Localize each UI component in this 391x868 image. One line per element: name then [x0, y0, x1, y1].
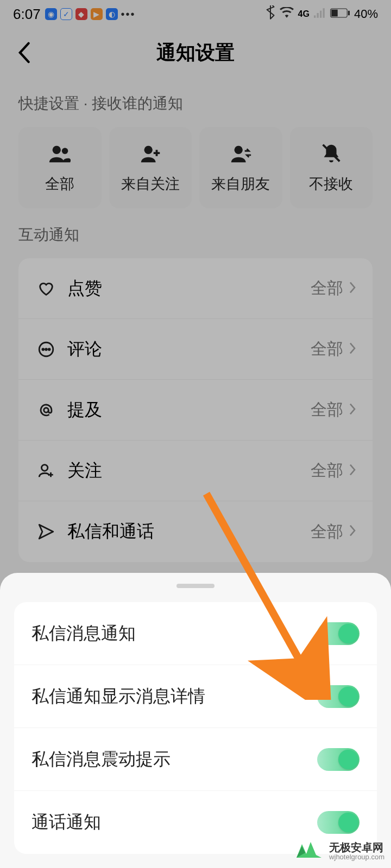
toggle-switch[interactable]	[317, 685, 360, 708]
watermark: 无极安卓网 wjhotelgroup.com	[294, 839, 384, 864]
watermark-logo-icon	[294, 839, 324, 864]
toggle-switch[interactable]	[317, 748, 360, 771]
toggle-label: 私信消息通知	[31, 622, 317, 646]
watermark-cn: 无极安卓网	[329, 841, 384, 853]
toggle-switch[interactable]	[317, 622, 360, 645]
toggle-dm-show-detail: 私信通知显示消息详情	[14, 665, 377, 728]
toggle-dm-notification: 私信消息通知	[14, 602, 377, 665]
toggle-label: 通话通知	[31, 810, 317, 834]
bottom-sheet: 私信消息通知 私信通知显示消息详情 私信消息震动提示 通话通知	[0, 573, 391, 868]
toggle-dm-vibrate: 私信消息震动提示	[14, 728, 377, 791]
watermark-en: wjhotelgroup.com	[329, 853, 384, 861]
toggle-label: 私信消息震动提示	[31, 748, 317, 771]
toggle-switch[interactable]	[317, 811, 360, 834]
sheet-toggle-list: 私信消息通知 私信通知显示消息详情 私信消息震动提示 通话通知	[14, 602, 377, 854]
toggle-label: 私信通知显示消息详情	[31, 685, 317, 709]
drag-handle[interactable]	[176, 584, 215, 588]
